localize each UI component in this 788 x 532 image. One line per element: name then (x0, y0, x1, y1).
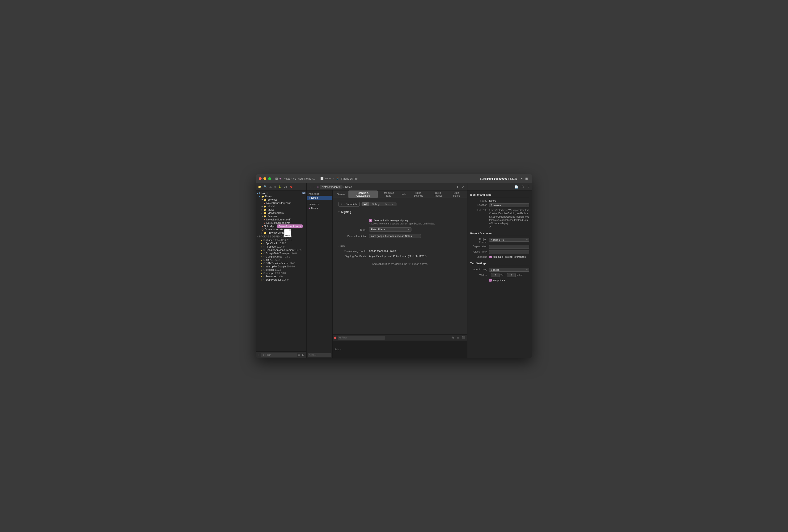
add-capability-btn[interactable]: + + Capability (338, 202, 359, 206)
screens-label: Screens (268, 215, 277, 218)
pkg-promises[interactable]: ▸ ⬡ Promises 2.4.0 (256, 275, 307, 278)
close-button[interactable] (259, 177, 261, 180)
project-format-select[interactable]: Xcode 14.0 ▾ (489, 238, 529, 242)
encoding-checkbox[interactable]: ✓ (489, 256, 492, 258)
nav-view-btn[interactable]: ⊞ (301, 353, 305, 357)
project-nav-notes[interactable]: ◈ Notes (307, 196, 332, 200)
pkg-interop[interactable]: ▸ ⬡ InteropForGoogle 100.0.0 (256, 265, 307, 268)
nav-back-button[interactable]: ‹ (309, 185, 311, 189)
pkg-googlemeasure-chevron: ⬡ (263, 249, 265, 251)
sidebar-toggle-button[interactable]: ⊟ (274, 176, 279, 181)
tab-build-rules[interactable]: Build Rules (448, 191, 465, 198)
tree-noteedit[interactable]: ● NoteEditScreen.swift (256, 221, 307, 224)
provision-info-icon[interactable]: ℹ (397, 250, 398, 252)
tree-views[interactable]: ▸ 📁 Views (256, 208, 307, 211)
auto-manage-checkbox[interactable]: ✓ (369, 219, 372, 222)
tab-width-num[interactable]: 2 (491, 273, 499, 277)
indent-width-num[interactable]: 2 (507, 273, 516, 277)
nav-search-btn[interactable]: 🔍 (263, 185, 268, 189)
pkg-googlemeasure-ver: 10.24.0 (295, 249, 303, 251)
tree-services[interactable]: ▾ 📁 Services (256, 198, 307, 201)
nav-debug-btn[interactable]: 🐛 (278, 185, 282, 189)
pkg-interop-name: InteropForGoogle (265, 265, 286, 268)
class-prefix-input[interactable] (489, 250, 529, 254)
pkg-firebase[interactable]: ▸ ⬡ Firebase 10.24.0 (256, 245, 307, 248)
pkg-appcheck[interactable]: ▸ ⬡ AppCheck 10.19.0 (256, 242, 307, 245)
pkg-googlemeasure[interactable]: ▸ ⬡ GoogleAppMeasurement 10.24.0 (256, 248, 307, 252)
nav-bookmark-btn[interactable]: 🔖 (289, 185, 293, 189)
pkg-gtm[interactable]: ▸ ⬡ GTMSessionFetcher 3.4.1 (256, 261, 307, 265)
tab-signing[interactable]: Signing & Capabilities (349, 191, 378, 198)
tree-notesrepo[interactable]: ● NotesRepository.swift (256, 201, 307, 205)
title-breadcrumb: Notes › #1 - Add "Notes f... (283, 177, 315, 180)
cap-filter-release[interactable]: Release (382, 202, 396, 206)
tab-build-phases[interactable]: Build Phases (429, 191, 448, 198)
pkg-leveldb[interactable]: ▸ ⬡ leveldb 1.22.5 (256, 268, 307, 272)
maximize-button[interactable] (268, 177, 271, 180)
tree-root[interactable]: ▸ A Notes M (256, 192, 307, 195)
inspector-help-btn[interactable]: ? (527, 185, 530, 189)
tab-resource[interactable]: Resource Tags (378, 191, 399, 198)
targets-section-label: TARGETS (307, 203, 332, 206)
inspector-file-btn[interactable]: 📄 (514, 185, 519, 189)
tree-preview[interactable]: ▸ 📁 Preview Content PLIST GoogleService-… (256, 231, 307, 234)
org-input[interactable] (489, 245, 529, 249)
pkg-nanopb[interactable]: ▸ ⬡ nanopb 2.30910.0 (256, 272, 307, 275)
team-select-dropdown[interactable]: Peter Friese ▾ (369, 227, 412, 232)
inspector-location-select[interactable]: Absolute ▾ (489, 203, 529, 207)
nav-scm-btn[interactable]: ⎇ (283, 185, 288, 189)
nav-test-btn[interactable]: ◇ (273, 185, 277, 189)
tab-notes[interactable]: ⬜ Notes (320, 177, 331, 180)
bundle-id-input[interactable] (369, 234, 421, 238)
tree-viewmodifiers[interactable]: ▸ 📁 ViewModifiers (256, 211, 307, 215)
model-label: Model (268, 205, 275, 208)
signing-toggle-icon[interactable]: ▾ (338, 211, 339, 213)
editor-expand-btn[interactable]: ⤢ (461, 185, 465, 189)
targets-nav-notes[interactable]: ◈ Notes (307, 206, 332, 210)
pkg-googleutil[interactable]: ▸ ⬡ GoogleUtilities 7.13.1 (256, 255, 307, 258)
bottom-filter-box[interactable]: ⊙ Filter (338, 336, 385, 340)
inspector-path-reveal-btn[interactable]: ↗ (489, 225, 491, 228)
nav-add-btn[interactable]: + (257, 353, 260, 357)
nav-warning-btn[interactable]: ⚠ (269, 185, 272, 189)
auto-label[interactable]: Auto (335, 348, 339, 351)
bundle-id-label: Bundle Identifier (338, 234, 369, 238)
tab-general[interactable]: General (335, 192, 349, 197)
encoding-row: Encoding ✓ Minimize Project References (470, 255, 529, 258)
pkg-grpc[interactable]: ▸ ⬡ gRPC 1.62.2 (256, 258, 307, 261)
nav-folder-icon[interactable]: 📁 (257, 185, 262, 189)
minimize-button[interactable] (263, 177, 266, 180)
tab-build-settings[interactable]: Build Settings (408, 191, 428, 198)
pkg-abseil[interactable]: ▸ ⬡ abseil 1.20240116011.1 (256, 238, 307, 242)
add-tab-button[interactable]: + (519, 176, 524, 181)
tree-model[interactable]: ▸ 📁 Model (256, 205, 307, 208)
console-split-btn2[interactable]: ⬛ (461, 336, 466, 340)
title-subtitle: #1 - Add "Notes f... (293, 177, 315, 180)
inspector-toggle-button[interactable]: ⊞ (524, 176, 529, 181)
indent-using-select[interactable]: Spaces ▾ (489, 268, 529, 272)
tree-screens[interactable]: ▾ 📁 Screens (256, 215, 307, 218)
nav-forward-button[interactable]: › (313, 185, 316, 189)
editor-notes-label[interactable]: Notes (345, 185, 352, 188)
pkg-googledt[interactable]: ▸ ⬡ GoogleDataTransport 9.4.0 (256, 252, 307, 255)
project-filter-icon: ⊙ (309, 354, 311, 356)
console-split-btn1[interactable]: ▭ (456, 336, 460, 340)
tree-noteslist[interactable]: ● NotesListScreen.swift (256, 218, 307, 221)
tree-assets[interactable]: ⬡ Assets.xcassets (256, 228, 307, 231)
bottom-filter-icon: ⊙ (339, 337, 341, 339)
editor-active-file[interactable]: Notes.xcodeproj (320, 185, 342, 189)
cap-filter-debug[interactable]: Debug (370, 202, 382, 206)
tab-info[interactable]: Info (399, 192, 408, 197)
inspector-history-btn[interactable]: ⏱ (520, 185, 525, 189)
editor-share-btn[interactable]: ⬆ (455, 185, 460, 189)
nav-filter-box[interactable]: ⊙ Filter (261, 353, 296, 357)
cap-filter-all[interactable]: All (362, 202, 369, 206)
tree-notes-folder[interactable]: ▾ 📁 Notes (256, 195, 307, 198)
ios-toggle-icon[interactable]: ▾ (338, 245, 339, 248)
pkg-swiftproto[interactable]: ▸ ⬡ SwiftProtobuf 1.26.0 (256, 278, 307, 281)
console-trash-btn[interactable]: 🗑 (451, 336, 455, 340)
project-filter[interactable]: ⊙ Filter (308, 353, 332, 357)
identity-section-title: Identity and Type (470, 193, 529, 197)
nav-hierarchy-btn[interactable]: ≡ (298, 353, 300, 357)
wrap-lines-checkbox[interactable]: ✓ (489, 279, 492, 281)
